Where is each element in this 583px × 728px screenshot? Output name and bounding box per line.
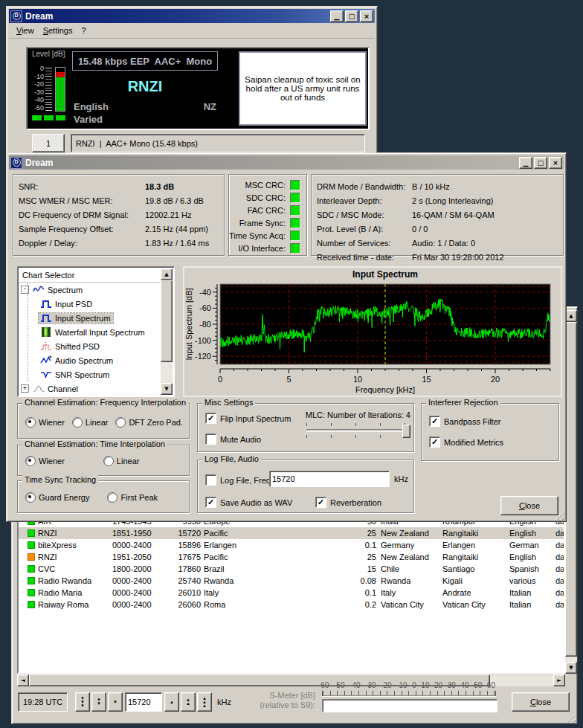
cell-freq: 15720 bbox=[167, 529, 201, 538]
service-country: NZ bbox=[176, 101, 216, 112]
stat-value: B / 10 kHz bbox=[412, 182, 450, 191]
maximize-button[interactable]: □ bbox=[534, 157, 547, 169]
stations-vscroll-up[interactable]: ▲ bbox=[565, 310, 577, 322]
save-audio-wav-checkbox[interactable] bbox=[205, 497, 216, 508]
chart-selector-tree[interactable]: Chart Selector -SpectrumInput PSDInput S… bbox=[17, 266, 175, 397]
tree-scrollbar-down[interactable]: ▼ bbox=[161, 383, 173, 395]
freq-up-coarse-button[interactable]: ▲▲▲ bbox=[197, 692, 212, 712]
menu-help[interactable]: ? bbox=[77, 25, 90, 36]
level-tick-label: -40 bbox=[29, 97, 44, 103]
radio-guard-energy[interactable]: Guard Energy bbox=[25, 492, 89, 503]
tree-item-input-psd[interactable]: Input PSD bbox=[19, 297, 161, 311]
radio-wiener[interactable]: Wiener bbox=[25, 417, 65, 428]
reverberation-checkbox[interactable] bbox=[315, 497, 326, 508]
stations-hscroll-right[interactable]: ► bbox=[553, 674, 565, 686]
led-label: SDC CRC: bbox=[246, 193, 286, 202]
stations-resize-grip[interactable] bbox=[566, 712, 576, 722]
smeter-tick-label: 40 bbox=[460, 681, 468, 689]
tree-item-channel[interactable]: +Channel bbox=[19, 381, 161, 395]
radio-linear[interactable]: Linear bbox=[103, 456, 140, 466]
close-button[interactable]: × bbox=[549, 157, 562, 169]
cell-site: Erlangen bbox=[442, 541, 503, 550]
minimize-button[interactable]: ▁ bbox=[330, 10, 344, 22]
smeter-tick-label: -40 bbox=[350, 681, 360, 689]
menu-view[interactable]: View bbox=[12, 25, 39, 36]
freq-up-fine-button[interactable]: ▲ bbox=[164, 692, 179, 712]
mlc-iterations-slider[interactable] bbox=[306, 423, 410, 438]
cell-target: Pacific bbox=[204, 553, 315, 561]
input-spectrum-chart: Input Spectrum-120-100-80-60-4005101520F… bbox=[183, 266, 562, 397]
menu-settings[interactable]: Settings bbox=[39, 25, 77, 36]
stat-label: SDC / MSC Mode: bbox=[317, 210, 412, 219]
cell-power: 0.08 bbox=[315, 576, 376, 585]
service-1-button[interactable]: 1 bbox=[32, 134, 65, 152]
frequency-input[interactable] bbox=[125, 692, 162, 712]
smeter-tick-label: -50 bbox=[334, 681, 344, 689]
tree-scrollbar-thumb[interactable] bbox=[161, 280, 173, 362]
tree-item-input-spectrum[interactable]: Input Spectrum bbox=[19, 311, 161, 325]
input-spectrum-icon bbox=[39, 313, 53, 323]
main-window-title: Dream bbox=[25, 11, 53, 22]
station-row-rnzi[interactable]: RNZI1951-205017675Pacific25New ZealandRa… bbox=[19, 551, 565, 563]
checkbox-label: Flip Input Spectrum bbox=[220, 414, 291, 423]
modified-metrics-checkbox[interactable] bbox=[429, 437, 440, 448]
rig-status-led bbox=[56, 115, 65, 120]
checkbox-label: Save Audio as WAV bbox=[220, 498, 292, 507]
stat-row: Sample Frequency Offset:2.15 Hz (44 ppm) bbox=[13, 222, 224, 236]
expand-icon[interactable]: + bbox=[21, 384, 29, 393]
tree-item-audio-spectrum[interactable]: Audio Spectrum bbox=[19, 353, 161, 367]
tree-item-label: Waterfall Input Spectrum bbox=[53, 328, 147, 337]
freq-down-coarse-button[interactable]: ▼▼▼ bbox=[75, 692, 90, 712]
freq-down-medium-button[interactable]: ▼▼ bbox=[91, 692, 106, 712]
eval-close-button[interactable]: Close bbox=[500, 496, 558, 515]
mute-audio-checkbox[interactable] bbox=[205, 434, 216, 445]
smeter-tick-label: -30 bbox=[365, 681, 376, 689]
eval-titlebar[interactable]: D Dream ▁ □ × bbox=[9, 155, 564, 170]
main-titlebar[interactable]: D Dream ▁ □ × bbox=[9, 9, 375, 23]
interferer-rejection-group: Interferer Rejection Bandpass Filter Mod… bbox=[421, 403, 559, 461]
radio-wiener[interactable]: Wiener bbox=[25, 456, 65, 466]
station-row-raiway-roma[interactable]: Raiway Roma0000-240026060Roma0.2Vatican … bbox=[19, 599, 565, 611]
station-row-radio-rwanda[interactable]: Radio Rwanda0000-240025740Rwanda0.08Rwan… bbox=[19, 575, 565, 587]
cell-site: Rangitaiki bbox=[442, 553, 503, 561]
tree-item-shifted-psd[interactable]: Shifted PSD bbox=[19, 339, 161, 353]
cell-country: Vatican City bbox=[381, 600, 440, 609]
cell-power: 15 bbox=[315, 564, 376, 573]
eval-window-title: Dream bbox=[25, 158, 53, 168]
station-row-cvc[interactable]: CVC1800-200017860Brazil15ChileSantiagoSp… bbox=[19, 563, 565, 575]
stations-vscroll-thumb[interactable] bbox=[565, 322, 577, 657]
stat-row: Number of Services:Audio: 1 / Data: 0 bbox=[312, 236, 563, 250]
cell-freq: 15896 bbox=[167, 541, 201, 550]
tree-item-snr-spectrum[interactable]: SNR Spectrum bbox=[19, 367, 161, 381]
freq-up-medium-button[interactable]: ▲▲ bbox=[181, 692, 196, 712]
freq-down-fine-button[interactable]: ▼ bbox=[108, 692, 123, 712]
stat-row: Received time - date:Fri Mar 30 19:28:00… bbox=[312, 250, 563, 264]
bandpass-filter-checkbox[interactable] bbox=[429, 416, 440, 427]
radio-dft-zero-pad-[interactable]: DFT Zero Pad. bbox=[115, 417, 183, 428]
chart-selector-header: Chart Selector bbox=[19, 268, 161, 283]
minimize-button[interactable]: ▁ bbox=[519, 157, 532, 169]
stations-hscroll-left[interactable]: ◄ bbox=[17, 674, 29, 686]
slider-handle[interactable] bbox=[402, 425, 410, 438]
svg-text:15: 15 bbox=[422, 375, 431, 384]
radio-linear[interactable]: Linear bbox=[72, 417, 109, 428]
station-row-radio-maria[interactable]: Radio Maria0000-240026010Italy0.1ItalyAn… bbox=[19, 587, 565, 599]
svg-text:Input Spectrum [dB]: Input Spectrum [dB] bbox=[184, 288, 193, 360]
log-file-freq-checkbox[interactable] bbox=[205, 474, 216, 486]
service-language: English bbox=[74, 101, 109, 112]
stations-close-button[interactable]: Close bbox=[512, 692, 570, 712]
maximize-button[interactable]: □ bbox=[345, 10, 358, 22]
radio-first-peak[interactable]: First Peak bbox=[107, 492, 158, 503]
tree-item-spectrum[interactable]: -Spectrum bbox=[19, 283, 161, 297]
flip-input-spectrum-checkbox[interactable] bbox=[205, 413, 216, 424]
stations-vscroll-down[interactable]: ▼ bbox=[565, 662, 577, 674]
tree-item-waterfall-input-spectrum[interactable]: Waterfall Input Spectrum bbox=[19, 325, 161, 339]
tree-scrollbar-up[interactable]: ▲ bbox=[161, 268, 173, 280]
time-sync-tracking-group: Time Sync Tracking Guard EnergyFirst Pea… bbox=[17, 480, 190, 513]
cell-target: Rwanda bbox=[204, 576, 315, 585]
station-row-rnzi[interactable]: RNZI1851-195015720Pacific25New ZealandRa… bbox=[19, 527, 565, 539]
log-freq-input[interactable] bbox=[269, 471, 390, 487]
close-button[interactable]: × bbox=[360, 10, 373, 22]
cell-time: 1851-1950 bbox=[112, 529, 167, 538]
station-row-bitexpress[interactable]: biteXpress0000-240015896Erlangen0.1Germa… bbox=[19, 539, 565, 551]
